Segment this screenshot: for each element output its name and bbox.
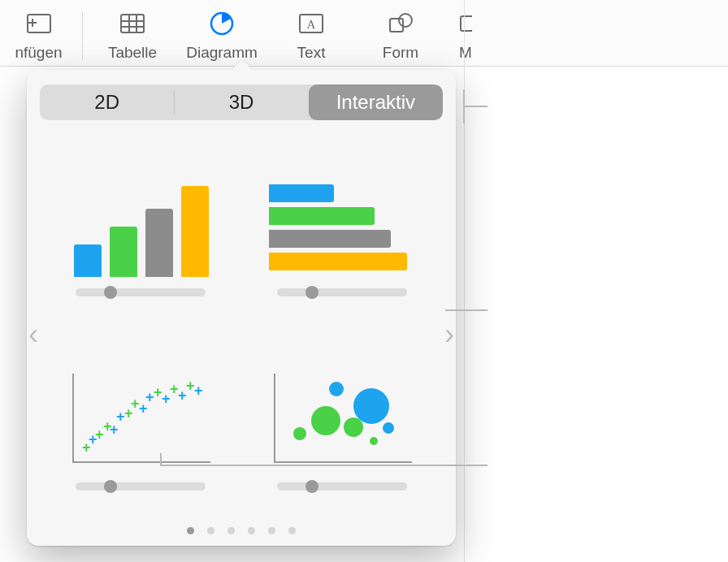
page-dot-2[interactable]: [207, 527, 214, 534]
chart-icon: [207, 8, 236, 39]
text-icon: A: [297, 8, 326, 39]
bar-chart-icon: [269, 179, 415, 277]
toolbar-label: nfügen: [15, 44, 62, 62]
segment-label: 2D: [94, 91, 119, 114]
slider-indicator: [277, 482, 407, 491]
toolbar-shape-button[interactable]: Form: [356, 8, 445, 62]
callout-line: [353, 465, 488, 466]
chart-picker-popover: 2D 3D Interaktiv ‹ ›: [27, 70, 456, 546]
panel-divider: [464, 0, 465, 562]
svg-point-12: [399, 14, 412, 27]
page-dots: [27, 527, 456, 534]
chart-type-segmented-control: 2D 3D Interaktiv: [40, 84, 443, 120]
interactive-scatter-chart-option[interactable]: + + + + + + + + + + + + + + + +: [56, 335, 225, 491]
shape-icon: [386, 8, 415, 39]
callout-line: [463, 106, 488, 107]
bubble-chart-icon: [269, 374, 415, 471]
callout-line: [445, 309, 488, 311]
chart-options-grid: + + + + + + + + + + + + + + + +: [40, 141, 443, 491]
page-dot-1[interactable]: [187, 527, 194, 534]
interactive-column-chart-option[interactable]: [56, 141, 225, 296]
svg-rect-3: [121, 15, 144, 32]
page-dot-4[interactable]: [248, 527, 255, 534]
page-dot-3[interactable]: [228, 527, 235, 534]
toolbar-divider: [82, 11, 83, 60]
page-dot-5[interactable]: [268, 527, 275, 534]
toolbar-label: Text: [297, 44, 326, 62]
slider-indicator: [76, 288, 206, 296]
toolbar-text-button[interactable]: A Text: [266, 8, 356, 62]
slider-indicator: [76, 482, 206, 491]
toolbar-table-button[interactable]: Tabelle: [88, 8, 177, 62]
toolbar-label: Tabelle: [108, 44, 157, 62]
popover-arrow: [232, 59, 253, 71]
slider-indicator: [277, 288, 407, 296]
svg-text:A: A: [307, 18, 316, 31]
column-chart-icon: [67, 179, 214, 277]
segment-label: 3D: [229, 91, 254, 114]
segment-label: Interaktiv: [336, 91, 415, 114]
callout-line: [160, 465, 355, 466]
segment-interactive[interactable]: Interaktiv: [309, 84, 443, 120]
toolbar-label: Form: [383, 44, 418, 62]
interactive-bubble-chart-option[interactable]: [258, 335, 427, 491]
scatter-chart-icon: + + + + + + + + + + + + + + + +: [67, 374, 214, 471]
segment-2d[interactable]: 2D: [40, 84, 174, 120]
interactive-bar-chart-option[interactable]: [258, 141, 427, 296]
toolbar-chart-button[interactable]: Diagramm: [177, 8, 266, 62]
svg-rect-13: [461, 16, 472, 31]
table-icon: [118, 8, 147, 39]
toolbar: nfügen Tabelle Diagramm A: [0, 0, 728, 67]
insert-icon: [24, 8, 54, 39]
toolbar-more-button[interactable]: M: [445, 8, 486, 62]
toolbar-insert-button[interactable]: nfügen: [0, 8, 77, 62]
callout-line: [160, 453, 162, 466]
media-icon: [459, 8, 472, 39]
segment-3d[interactable]: 3D: [174, 84, 308, 120]
callout-line: [463, 89, 465, 123]
page-dot-6[interactable]: [288, 527, 296, 534]
toolbar-label: M: [459, 44, 472, 62]
